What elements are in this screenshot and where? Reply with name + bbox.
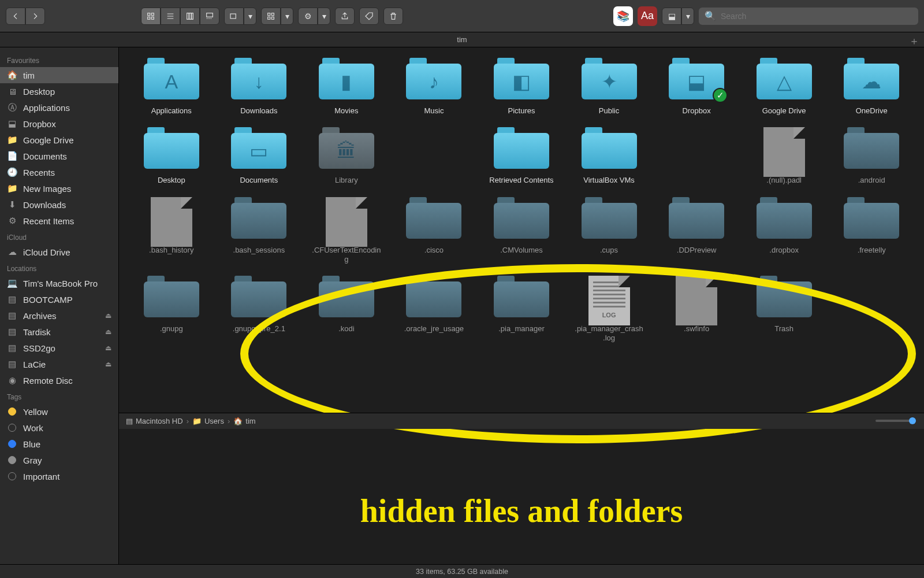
share-button[interactable]	[335, 8, 355, 25]
file-item[interactable]: .cisco	[393, 197, 475, 265]
action-menu-button[interactable]: ▾	[318, 8, 330, 25]
sidebar-item[interactable]: ▤LaCie⏏	[0, 356, 118, 372]
file-item[interactable]: ▮Movies	[305, 58, 388, 116]
sidebar-item[interactable]: ▤Tardisk⏏	[0, 324, 118, 340]
new-tab-button[interactable]: ＋	[909, 34, 919, 48]
file-item-label: Trash	[774, 324, 793, 334]
file-item[interactable]: .dropbox	[743, 197, 825, 265]
file-item[interactable]: △Google Drive	[743, 58, 825, 116]
file-item[interactable]: .CMVolumes	[480, 197, 562, 265]
file-item[interactable]: .android	[830, 127, 912, 185]
sidebar-item[interactable]: 📁Google Drive	[0, 132, 118, 148]
file-item[interactable]: .cups	[568, 197, 650, 265]
file-item[interactable]: ▭Documents	[218, 127, 300, 185]
eject-icon[interactable]: ⏏	[105, 360, 111, 368]
file-item[interactable]: ✦Public	[568, 58, 650, 116]
app-icon-dictionary[interactable]: Aa	[638, 6, 657, 26]
arrange-menu-button[interactable]: ▾	[244, 8, 256, 25]
file-item[interactable]: .CFUserTextEncoding	[305, 197, 388, 265]
file-item[interactable]: .gnupg_pre_2.1	[218, 276, 300, 343]
path-crumb[interactable]: 📁Users	[192, 417, 224, 425]
file-item[interactable]: LOG.pia_manager_crash.log	[568, 276, 650, 343]
sidebar-item[interactable]: ⬓Dropbox	[0, 116, 118, 132]
search-input[interactable]	[721, 12, 912, 21]
file-item[interactable]: .DDPreview	[655, 197, 737, 265]
file-item[interactable]: Trash	[743, 276, 825, 343]
path-crumb[interactable]: ▤Macintosh HD	[126, 417, 183, 425]
eject-icon[interactable]: ⏏	[105, 328, 111, 336]
sidebar-item[interactable]: ▤BOOTCAMP	[0, 291, 118, 307]
column-view-button[interactable]	[180, 8, 200, 25]
file-item[interactable]: .bash_history	[131, 197, 213, 265]
tag-icon	[7, 406, 17, 417]
file-item[interactable]: ⬓✓Dropbox	[655, 58, 737, 116]
eject-icon[interactable]: ⏏	[105, 312, 111, 320]
disk-icon: ▤	[7, 343, 17, 353]
file-item[interactable]: .pia_manager	[480, 276, 562, 343]
file-item[interactable]: Desktop	[131, 127, 213, 185]
file-item[interactable]: AApplications	[131, 58, 213, 116]
folder-icon: 🏛	[319, 127, 374, 171]
sidebar-item[interactable]: ▤SSD2go⏏	[0, 340, 118, 356]
sidebar-item-label: iCloud Drive	[23, 247, 70, 257]
action-button[interactable]: ⚙	[298, 8, 318, 25]
sidebar-item-label: LaCie	[23, 360, 46, 369]
path-crumb-label: Users	[204, 417, 224, 425]
sidebar-item[interactable]: Gray	[0, 452, 118, 468]
sidebar-item[interactable]: 🏠tim	[0, 67, 118, 83]
list-view-button[interactable]	[161, 8, 180, 25]
gallery-view-button[interactable]	[200, 8, 219, 25]
sidebar-item[interactable]: 💻Tim's MacBook Pro	[0, 275, 118, 291]
app-icon-1[interactable]: 📚	[613, 6, 633, 26]
search-field[interactable]: 🔍	[699, 8, 918, 25]
file-item[interactable]: VirtualBox VMs	[568, 127, 650, 185]
file-item[interactable]: Retrieved Contents	[480, 127, 562, 185]
dropbox-toolbar-button[interactable]: ⬓	[662, 8, 681, 25]
sidebar-item[interactable]: 📄Documents	[0, 148, 118, 164]
sidebar-item-label: Applications	[23, 103, 70, 113]
file-item[interactable]: .swfinfo	[655, 276, 737, 343]
file-item[interactable]: .freetelly	[830, 197, 912, 265]
sidebar-item[interactable]: ⬇Downloads	[0, 197, 118, 213]
file-item[interactable]: ↓Downloads	[218, 58, 300, 116]
file-item[interactable]: ☁OneDrive	[830, 58, 912, 116]
sidebar-item[interactable]: Yellow	[0, 403, 118, 420]
file-item[interactable]: ◧Pictures	[480, 58, 562, 116]
icon-view-button[interactable]	[141, 8, 161, 25]
eject-icon[interactable]: ⏏	[105, 344, 111, 352]
zoom-slider[interactable]	[875, 420, 916, 422]
file-item[interactable]: .kodi	[305, 276, 388, 343]
file-item[interactable]: .oracle_jre_usage	[393, 276, 475, 343]
back-button[interactable]	[6, 8, 25, 25]
sidebar-item[interactable]: ⚙Recent Items	[0, 213, 118, 229]
file-item[interactable]: 🏛Library	[305, 127, 388, 185]
file-item[interactable]: ♪Music	[393, 58, 475, 116]
file-item[interactable]: .(null).padl	[743, 127, 825, 185]
file-item-label: Google Drive	[762, 106, 806, 116]
path-crumb[interactable]: 🏠tim	[233, 417, 255, 425]
delete-button[interactable]	[383, 8, 403, 25]
sidebar-item-label: BOOTCAMP	[23, 295, 73, 305]
arrange-button[interactable]	[224, 8, 244, 25]
group-button[interactable]	[261, 8, 281, 25]
sidebar-item[interactable]: ☁iCloud Drive	[0, 244, 118, 260]
tag-button[interactable]	[359, 8, 379, 25]
sidebar-item[interactable]: Important	[0, 468, 118, 484]
sidebar-item[interactable]: 🕘Recents	[0, 164, 118, 180]
file-item-label: .pia_manager	[498, 324, 545, 334]
sidebar-item[interactable]: Work	[0, 420, 118, 436]
group-menu-button[interactable]: ▾	[281, 8, 293, 25]
file-item[interactable]: .bash_sessions	[218, 197, 300, 265]
sidebar-item[interactable]: Blue	[0, 436, 118, 452]
sidebar-item[interactable]: 🖥Desktop	[0, 83, 118, 99]
sidebar-item[interactable]: ◉Remote Disc	[0, 372, 118, 388]
file-item[interactable]: .gnupg	[131, 276, 213, 343]
dropbox-menu-button[interactable]: ▾	[681, 8, 694, 25]
sidebar-item[interactable]: ⒶApplications	[0, 99, 118, 116]
sidebar-item[interactable]: 📁New Images	[0, 180, 118, 197]
document-icon	[144, 197, 199, 241]
forward-button[interactable]	[25, 8, 45, 25]
sidebar-item-label: SSD2go	[23, 343, 55, 353]
sidebar-item[interactable]: ▤Archives⏏	[0, 307, 118, 324]
sidebar-item-label: Dropbox	[23, 119, 56, 129]
